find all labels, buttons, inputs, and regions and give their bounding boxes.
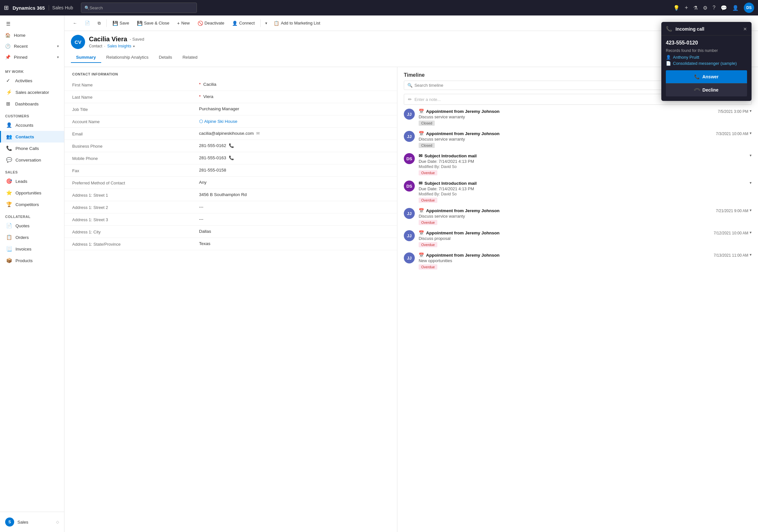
sidebar-item-leads[interactable]: 🎯 Leads (0, 175, 64, 187)
sidebar-item-pinned[interactable]: 📌 Pinned ▾ (0, 52, 64, 62)
sidebar-item-products[interactable]: 📦 Products (0, 255, 64, 266)
timeline-chevron-7[interactable]: ▾ (750, 252, 751, 257)
field-email-label: Email (72, 131, 199, 136)
tab-related[interactable]: Related (177, 52, 203, 63)
timeline-chevron-6[interactable]: ▾ (750, 230, 751, 235)
timeline-title-4: ✉ Subject Introduction mail (419, 181, 477, 186)
section-header-customers: Customers (0, 110, 64, 119)
answer-phone-icon: 📞 (694, 74, 700, 79)
field-mobile-phone-value: 281-555-0163 📞 (199, 156, 389, 160)
timeline-date-row-4: ✉ Subject Introduction mail Due Date: 7/… (419, 181, 751, 203)
filter-icon[interactable]: ⚗ (693, 5, 698, 11)
email-send-icon[interactable]: ✉ (256, 131, 260, 136)
timeline-desc-3: Due Date: 7/14/2021 4:13 PM (419, 159, 477, 164)
chat-icon[interactable]: 💬 (721, 5, 727, 11)
account-name-link[interactable]: ⬡ Alpine Ski House (199, 119, 237, 124)
popup-record-2[interactable]: 📄 Consolidated messenger (sample) (666, 61, 747, 66)
answer-button[interactable]: 📞 Answer (666, 70, 747, 83)
business-phone-call-icon[interactable]: 📞 (229, 143, 234, 148)
sidebar-collapse-toggle[interactable]: ☰ (0, 18, 64, 30)
record-name-group: Cacilia Viera - Saved Contact · Sales In… (89, 35, 144, 48)
timeline-item-4: DS ✉ Subject Introduction mail Due Date:… (404, 181, 751, 203)
home-icon: 🏠 (5, 33, 11, 38)
connect-button[interactable]: 👤 Connect (229, 19, 258, 28)
add-marketing-button[interactable]: 📋 Add to Marketing List (270, 19, 323, 28)
sidebar-item-contacts[interactable]: 👥 Contacts (0, 131, 64, 143)
deactivate-button[interactable]: 🚫 Deactivate (194, 19, 227, 28)
sidebar-item-recent[interactable]: 🕐 Recent ▾ (0, 41, 64, 52)
sidebar-item-competitors[interactable]: 🏆 Competitors (0, 198, 64, 210)
save-label: Save (120, 20, 129, 25)
popup-record-1[interactable]: 👤 Anthony Pruitt (666, 55, 747, 60)
timeline-title-group-5: 📅 Appointment from Jeremy Johnson Discus… (419, 208, 500, 225)
timeline-avatar-jj-7: JJ (404, 252, 415, 264)
timeline-title-5: 📅 Appointment from Jeremy Johnson (419, 208, 500, 213)
tab-relationship-analytics[interactable]: Relationship Analytics (101, 52, 154, 63)
decline-button[interactable]: 📞 Decline (666, 83, 747, 96)
back-button[interactable]: ← (70, 19, 80, 27)
timeline-title-group-2: 📅 Appointment from Jeremy Johnson Discus… (419, 131, 500, 148)
app-grid-icon[interactable]: ⊞ (4, 4, 9, 11)
add-icon[interactable]: + (685, 5, 688, 11)
timeline-chevron-4[interactable]: ▾ (750, 181, 751, 185)
field-job-title-label: Job Title (72, 106, 199, 112)
sidebar-item-opportunities[interactable]: ⭐ Opportunities (0, 187, 64, 198)
user-avatar[interactable]: DS (744, 3, 754, 13)
opportunities-icon: ⭐ (6, 190, 12, 196)
timeline-avatar-jj-2: JJ (404, 131, 415, 142)
timeline-content-5: 📅 Appointment from Jeremy Johnson Discus… (419, 208, 751, 225)
timeline-chevron-3[interactable]: ▾ (750, 153, 751, 158)
more-commands-button[interactable]: ▾ (263, 19, 269, 27)
sidebar-item-orders[interactable]: 📋 Orders (0, 231, 64, 243)
new-button[interactable]: + New (174, 19, 193, 28)
timeline-desc-2: Discuss service warranty (419, 137, 500, 142)
timeline-date-row-1: 📅 Appointment from Jeremy Johnson Discus… (419, 109, 751, 126)
help-icon[interactable]: ? (712, 5, 715, 11)
sidebar-item-invoices[interactable]: 📃 Invoices (0, 243, 64, 255)
sidebar-item-quotes-label: Quotes (16, 224, 30, 228)
sidebar-item-accounts[interactable]: 👤 Accounts (0, 119, 64, 131)
sidebar-item-activities[interactable]: ✓ Activities (0, 75, 64, 87)
field-business-phone-label: Business Phone (72, 143, 199, 149)
search-input[interactable] (89, 6, 193, 10)
sidebar-bottom-sales[interactable]: S Sales ◇ (0, 514, 64, 529)
sidebar-item-dashboards[interactable]: ⊞ Dashboards (0, 98, 64, 110)
tab-summary[interactable]: Summary (71, 52, 101, 63)
timeline-email-icon-4: ✉ (419, 181, 423, 186)
record-icon-button[interactable]: 📄 (82, 19, 93, 27)
sales-insights-link[interactable]: Sales Insights (107, 44, 131, 48)
save-button[interactable]: 💾 Save (109, 19, 132, 28)
sidebar-item-quotes[interactable]: 📄 Quotes (0, 220, 64, 231)
timeline-chevron-2[interactable]: ▾ (750, 131, 751, 135)
timeline-avatar-jj-6: JJ (404, 230, 415, 241)
global-search-bar[interactable]: 🔍 (81, 3, 197, 13)
popup-close-button[interactable]: ✕ (743, 26, 747, 32)
sidebar-item-sales-accelerator-label: Sales accelerator (16, 90, 49, 95)
timeline-chevron-1[interactable]: ▾ (750, 109, 751, 113)
brand-name: Dynamics 365 (13, 5, 45, 11)
sidebar-item-phone-calls[interactable]: 📞 Phone Calls (0, 143, 64, 154)
new-icon: + (177, 20, 180, 26)
sidebar-item-conversation[interactable]: 💬 Conversation (0, 154, 64, 166)
timeline-badge-2: Closed (419, 143, 435, 148)
lightbulb-icon[interactable]: 💡 (673, 5, 680, 11)
sidebar-item-products-label: Products (16, 258, 33, 263)
record-1-name: Anthony Pruitt (673, 55, 699, 60)
timeline-date-7: 7/13/2021 11:00 AM (714, 252, 748, 258)
duplicate-button[interactable]: ⧉ (94, 19, 104, 28)
timeline-chevron-5[interactable]: ▾ (750, 208, 751, 212)
timeline-cal-icon-7: 📅 (419, 252, 424, 258)
doc-record-icon: 📄 (666, 61, 671, 66)
timeline-avatar-ds-3: DS (404, 153, 415, 164)
sidebar-item-accounts-label: Accounts (16, 123, 34, 128)
settings-icon[interactable]: ⚙ (703, 5, 707, 11)
timeline-title-group-3: ✉ Subject Introduction mail Due Date: 7/… (419, 153, 477, 175)
timeline-date-row-7: 📅 Appointment from Jeremy Johnson New op… (419, 252, 751, 269)
mobile-phone-call-icon[interactable]: 📞 (229, 156, 234, 160)
timeline-content-1: 📅 Appointment from Jeremy Johnson Discus… (419, 109, 751, 126)
tab-details[interactable]: Details (154, 52, 177, 63)
sidebar-item-sales-accelerator[interactable]: ⚡ Sales accelerator (0, 87, 64, 98)
sidebar-item-home[interactable]: 🏠 Home (0, 30, 64, 41)
save-close-button[interactable]: 💾 Save & Close (134, 19, 173, 28)
user-icon[interactable]: 👤 (732, 5, 739, 11)
